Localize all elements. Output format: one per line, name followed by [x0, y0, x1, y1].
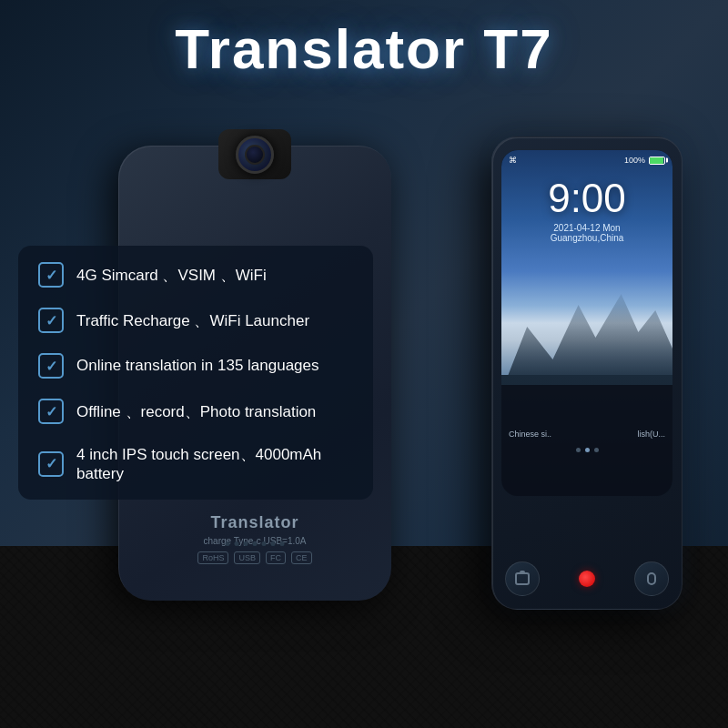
- camera-icon: [515, 572, 530, 585]
- screen-wallpaper: ⌘ 100% 9:00 2021-04-12 Mon Guangz: [501, 150, 672, 496]
- camera-lens-outer: [236, 136, 274, 174]
- camera-lens-inner: [245, 145, 265, 165]
- check-icon-5: ✓: [38, 451, 64, 477]
- device-front-body: ⌘ 100% 9:00 2021-04-12 Mon Guangz: [491, 136, 682, 610]
- camera-button[interactable]: [505, 561, 540, 596]
- feature-item-2: ✓ Traffic Recharge 、WiFi Launcher: [38, 308, 353, 333]
- feature-item-3: ✓ Online translation in 135 languages: [38, 353, 353, 379]
- check-icon-3: ✓: [38, 353, 64, 379]
- speaker-dot: [226, 541, 230, 546]
- device-back-label-area: Translator charge Type-c USB=1.0A RoHS U…: [136, 513, 373, 564]
- camera-lens-mount: [218, 129, 291, 179]
- status-right: 100%: [624, 156, 665, 165]
- mic-icon: [647, 572, 656, 585]
- feature-text-4: Offline 、record、Photo translation: [76, 401, 316, 422]
- main-container: Translator T7 Translator charge Type-c U…: [0, 0, 728, 728]
- speaker-grille: [226, 541, 285, 546]
- lang-right: lish(U...: [637, 430, 665, 439]
- device-bottom-buttons: [505, 561, 669, 596]
- mic-button[interactable]: [634, 561, 669, 596]
- dot-3: [594, 448, 599, 452]
- record-button[interactable]: [579, 571, 595, 587]
- translation-bar: Chinese si.. lish(U...: [501, 385, 672, 496]
- features-panel: ✓ 4G Simcard 、VSIM 、WiFi ✓ Traffic Recha…: [18, 246, 373, 500]
- dot-2: [585, 448, 590, 452]
- dot-1: [576, 448, 581, 452]
- status-bar: ⌘ 100%: [509, 156, 665, 165]
- feature-item-5: ✓ 4 inch IPS touch screen、4000mAh batter…: [38, 444, 353, 483]
- screen-time: 9:00: [501, 176, 672, 221]
- speaker-dot: [244, 541, 248, 546]
- cert-usb: USB: [234, 551, 260, 564]
- speaker-dot: [262, 541, 267, 546]
- lang-left: Chinese si..: [509, 430, 551, 439]
- check-icon-4: ✓: [38, 399, 64, 424]
- cert-rohs: RoHS: [197, 551, 228, 564]
- battery-fill: [650, 157, 663, 164]
- feature-item-4: ✓ Offline 、record、Photo translation: [38, 399, 353, 424]
- speaker-dot: [235, 541, 239, 546]
- feature-text-2: Traffic Recharge 、WiFi Launcher: [76, 310, 309, 331]
- feature-text-5: 4 inch IPS touch screen、4000mAh battery: [76, 444, 353, 483]
- cert-fc: FC: [266, 551, 286, 564]
- page-title: Translator T7: [0, 16, 728, 81]
- lang-row: Chinese si.. lish(U...: [509, 430, 665, 439]
- speaker-dot: [271, 541, 276, 546]
- battery-percent: 100%: [624, 156, 645, 165]
- device-screen: ⌘ 100% 9:00 2021-04-12 Mon Guangz: [501, 150, 672, 496]
- speaker-dot: [280, 541, 285, 546]
- date-line: 2021-04-12 Mon: [501, 223, 672, 233]
- page-dots: [509, 448, 665, 452]
- wifi-icon: ⌘: [509, 156, 517, 165]
- device-back-label: Translator: [136, 513, 373, 532]
- feature-item-1: ✓ 4G Simcard 、VSIM 、WiFi: [38, 262, 353, 288]
- feature-text-1: 4G Simcard 、VSIM 、WiFi: [76, 265, 267, 286]
- location-line: Guangzhou,China: [501, 233, 672, 243]
- device-front-view: ⌘ 100% 9:00 2021-04-12 Mon Guangz: [491, 136, 701, 646]
- screen-date: 2021-04-12 Mon Guangzhou,China: [501, 223, 672, 243]
- battery-icon: [649, 157, 665, 165]
- speaker-dot: [253, 541, 258, 546]
- feature-text-3: Online translation in 135 languages: [76, 357, 319, 375]
- cert-ce: CE: [291, 551, 312, 564]
- check-icon-1: ✓: [38, 262, 64, 288]
- check-icon-2: ✓: [38, 308, 64, 333]
- device-certs: RoHS USB FC CE: [136, 551, 373, 564]
